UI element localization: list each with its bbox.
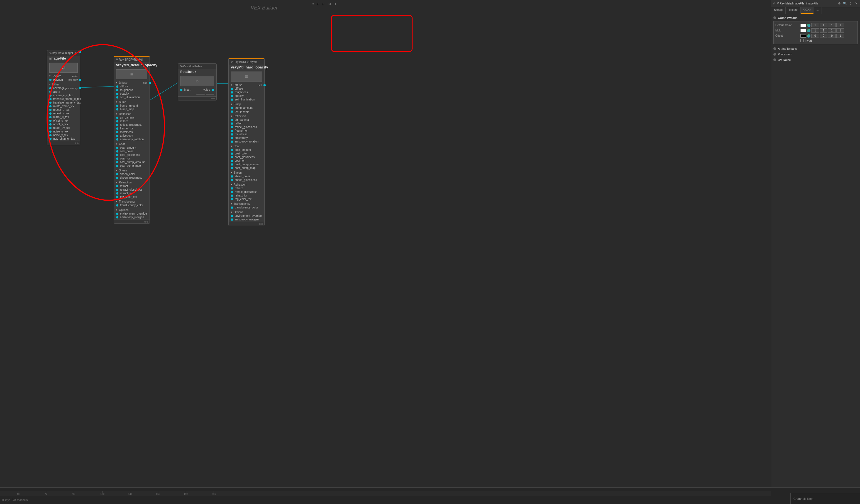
offset-v3[interactable]: 0 bbox=[828, 34, 836, 38]
svg-rect-4 bbox=[331, 15, 412, 51]
mult-v4[interactable]: 1 bbox=[836, 28, 844, 32]
help-icon[interactable]: ? bbox=[848, 1, 853, 6]
offset-v1[interactable]: 0 bbox=[811, 34, 819, 38]
offset-circle[interactable] bbox=[807, 34, 811, 38]
ruler-168: 168 bbox=[156, 491, 160, 495]
tab-bitmap[interactable]: Bitmap bbox=[771, 7, 786, 14]
node-brdf-default-title: vrayMtl_default_opacity bbox=[114, 62, 149, 68]
color-tweaks-header[interactable]: Color Tweaks bbox=[771, 15, 860, 20]
mult-circle[interactable] bbox=[807, 29, 811, 32]
output-dot bbox=[212, 89, 214, 91]
node-brdf-hard-type: V-Ray BRDFVRayMtl bbox=[229, 59, 264, 64]
vray-panel-icon: V̶ bbox=[773, 2, 775, 5]
placement-label: Placement bbox=[778, 53, 792, 56]
default-color-swatch[interactable] bbox=[800, 24, 806, 27]
ruler-216: 216 bbox=[212, 491, 216, 495]
floattotex-io: input value bbox=[178, 87, 216, 92]
grid1-icon[interactable]: ⊠ bbox=[327, 2, 332, 6]
brdf-default-refraction: ▼Refraction refract refract_glossiness r… bbox=[114, 180, 149, 199]
settings-icon[interactable]: ⚙ bbox=[837, 1, 842, 6]
brdf-hard-diffuse: ▼ Diffuse brdf diffuse roughness opacity… bbox=[229, 83, 264, 102]
copy-icon[interactable]: ⊞ bbox=[316, 2, 320, 6]
translucency-header[interactable]: ▼Translucency bbox=[114, 200, 149, 204]
panel-header-subtitle: imageFile bbox=[806, 2, 818, 5]
paste-icon[interactable]: ⊟ bbox=[320, 2, 325, 6]
tab-ocio[interactable]: OCIO bbox=[801, 7, 814, 14]
node-imagefile-type: V-Ray MetalImageFile bbox=[47, 50, 80, 56]
uv-noise-row[interactable]: UV Noise bbox=[771, 57, 860, 63]
uv-noise-label: UV Noise bbox=[778, 58, 791, 61]
slider[interactable] bbox=[196, 94, 205, 95]
mult-swatch[interactable] bbox=[800, 29, 806, 32]
brdf-default-translucency: ▼Translucency translucency_color bbox=[114, 199, 149, 208]
brdf-default-sheen: ▼Sheen sheen_color sheen_glossiness bbox=[114, 168, 149, 180]
default-color-v3[interactable]: 1 bbox=[828, 23, 836, 27]
offset-v2[interactable]: 0 bbox=[820, 34, 828, 38]
repeat-u-row: repeat_u_tex bbox=[47, 108, 80, 112]
tab-texture[interactable]: Texture bbox=[786, 7, 801, 14]
repeat-v-row: repeat_v_tex bbox=[47, 112, 80, 115]
thumbnail-icon: ⊘ bbox=[62, 65, 66, 70]
default-color-v4[interactable]: 1 bbox=[836, 23, 844, 27]
hard-diffuse-header[interactable]: ▼ Diffuse brdf bbox=[229, 83, 264, 87]
other-section: ▼ Other coverage_ transparency alpha cov… bbox=[47, 82, 80, 141]
texture-section-header[interactable]: ▼ Texture color bbox=[47, 74, 80, 78]
search-panel-icon[interactable]: 🔍 bbox=[843, 1, 847, 6]
node-brdf-hard-title: vrayMtl_hard_opacity bbox=[229, 64, 264, 70]
svg-line-0 bbox=[81, 86, 114, 88]
ruler-96: 96 bbox=[72, 491, 75, 495]
default-color-v1[interactable]: 1 bbox=[811, 23, 819, 27]
panel-header-title: V-Ray MetalImageFile bbox=[777, 2, 804, 5]
diffuse-header[interactable]: ▼ Diffuse brdf bbox=[114, 81, 149, 85]
node-floattotex[interactable]: V-Ray FloatToTex floattotex ⊘ input valu… bbox=[178, 63, 217, 101]
timeline-ruler: 48 72 96 120 144 168 bbox=[0, 491, 771, 496]
node-brdf-hard[interactable]: V-Ray BRDFVRayMtl vrayMtl_hard_opacity ≡… bbox=[228, 58, 264, 226]
alpha-tweaks-dot bbox=[773, 47, 776, 50]
grid2-icon[interactable]: ⊡ bbox=[332, 2, 337, 6]
bump-header[interactable]: ▼Bump bbox=[114, 100, 149, 104]
hard-output-dot bbox=[263, 84, 266, 86]
noise-u-row: noise_u_tex bbox=[47, 130, 80, 133]
default-color-circle[interactable] bbox=[807, 24, 811, 27]
node-floattotex-title: floattotex bbox=[178, 69, 216, 75]
invert-checkbox[interactable] bbox=[800, 39, 804, 42]
uv-noise-dot bbox=[773, 58, 776, 61]
alpha-tweaks-row[interactable]: Alpha Tweaks bbox=[771, 46, 860, 51]
brdf-output-dot bbox=[149, 82, 151, 84]
close-panel-icon[interactable]: ✕ bbox=[854, 1, 858, 6]
default-color-v2[interactable]: 1 bbox=[820, 23, 828, 27]
sheen-header[interactable]: ▼Sheen bbox=[114, 169, 149, 172]
translate-v-row: translate_frame_v_tex bbox=[47, 101, 80, 104]
offset-swatch[interactable] bbox=[800, 34, 806, 38]
coat-header[interactable]: ▼Coat bbox=[114, 142, 149, 146]
placement-row[interactable]: Placement bbox=[771, 51, 860, 57]
default-color-row: Default Color 1 1 1 1 bbox=[775, 23, 856, 27]
node-imagefile-title: imageFile bbox=[47, 56, 80, 61]
panel-toolbar: V̶ V-Ray MetalImageFile imageFile ⚙ 🔍 ? … bbox=[771, 0, 860, 7]
offset-v4[interactable]: 1 bbox=[836, 34, 844, 38]
node-imagefile[interactable]: V-Ray MetalImageFile imageFile ⊘ ▼ Textu… bbox=[47, 50, 80, 145]
node-brdf-default-thumbnail: ≡ bbox=[116, 69, 147, 79]
slider2[interactable] bbox=[206, 94, 214, 95]
reflection-header[interactable]: ▼Reflection bbox=[114, 112, 149, 116]
options-header[interactable]: ▼Options bbox=[114, 208, 149, 212]
mult-v1[interactable]: 1 bbox=[811, 28, 819, 32]
uvwgen-dot bbox=[49, 79, 52, 81]
other-section-header[interactable]: ▼ Other bbox=[47, 83, 80, 86]
alpha-dot bbox=[49, 91, 52, 93]
refraction-header[interactable]: ▼Refraction bbox=[114, 181, 149, 184]
cut-icon[interactable]: ✂ bbox=[311, 2, 315, 6]
mult-v2[interactable]: 1 bbox=[820, 28, 828, 32]
offset-v-row: offset_v_tex bbox=[47, 122, 80, 126]
triangle-icon: ▼ bbox=[49, 75, 51, 77]
coverage-v-row: coverage_v_tex bbox=[47, 93, 80, 97]
brdf-default-reflection: ▼Reflection gtr_gamma reflect reflect_gl… bbox=[114, 112, 149, 142]
tab-more[interactable]: ... bbox=[814, 7, 821, 14]
canvas-area[interactable]: VEX Builder V-Ray MetalImageFile imageFi… bbox=[0, 0, 309, 504]
color-tweaks-dot bbox=[773, 16, 776, 19]
mult-v3[interactable]: 1 bbox=[828, 28, 836, 32]
mult-row: Mult 1 1 1 1 bbox=[775, 28, 856, 32]
alpha-tweaks-label: Alpha Tweaks bbox=[778, 47, 797, 50]
node-brdf-default[interactable]: V-Ray BRDFVRayMtl vrayMtl_default_opacit… bbox=[114, 56, 150, 224]
bump-amount: bump_amount bbox=[114, 104, 149, 107]
